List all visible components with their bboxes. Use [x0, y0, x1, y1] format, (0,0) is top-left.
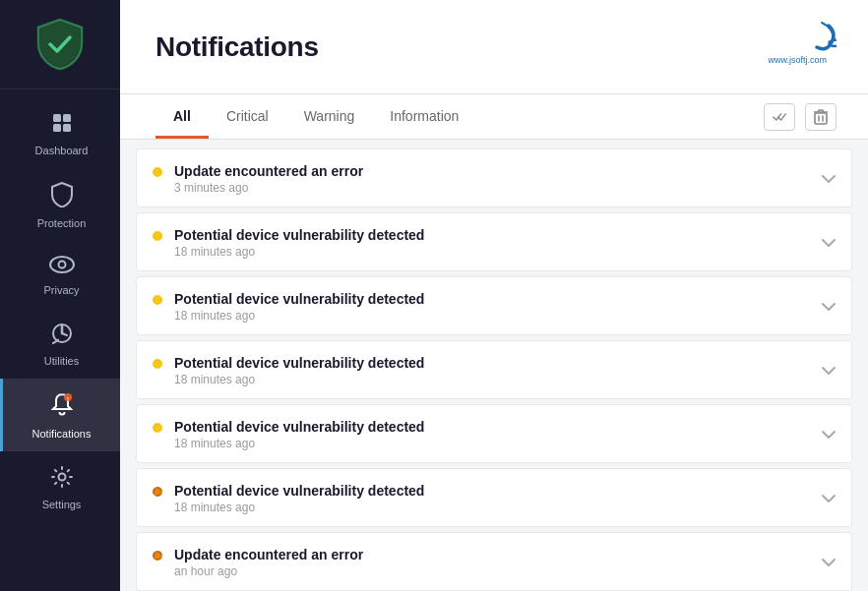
- notification-time: an hour ago: [174, 564, 363, 578]
- delete-all-button[interactable]: [805, 103, 837, 131]
- notification-expand-icon[interactable]: [822, 298, 836, 316]
- svg-point-5: [58, 262, 65, 268]
- notification-dot: [153, 295, 162, 305]
- svg-point-4: [50, 257, 74, 272]
- notification-time: 18 minutes ago: [174, 245, 424, 259]
- main-content: Notifications جی سوفت www.jsoftj.com All…: [120, 0, 868, 591]
- notification-title: Potential device vulnerability detected: [174, 227, 424, 243]
- notification-item[interactable]: Potential device vulnerability detected …: [136, 276, 852, 335]
- dashboard-icon: [50, 111, 74, 139]
- sidebar-item-dashboard[interactable]: Dashboard: [0, 97, 120, 168]
- sidebar-item-privacy[interactable]: Privacy: [0, 241, 120, 308]
- utilities-icon: [50, 322, 74, 349]
- notification-title: Update encountered an error: [174, 163, 363, 179]
- sidebar-item-notifications-label: Notifications: [32, 428, 92, 440]
- notification-tabs: All Critical Warning Information: [155, 94, 476, 139]
- sidebar: Dashboard Protection Privacy: [0, 0, 120, 591]
- notification-content: Potential device vulnerability detected …: [153, 419, 424, 450]
- notification-content: Potential device vulnerability detected …: [153, 227, 424, 259]
- notification-item[interactable]: Potential device vulnerability detected …: [136, 468, 852, 527]
- notification-title: Update encountered an error: [174, 547, 363, 562]
- svg-rect-0: [53, 114, 61, 122]
- notification-expand-icon[interactable]: [822, 234, 836, 252]
- notification-title: Potential device vulnerability detected: [174, 419, 424, 435]
- notification-item[interactable]: Update encountered an error 3 minutes ag…: [136, 148, 852, 207]
- notification-expand-icon[interactable]: [822, 554, 836, 571]
- notification-content: Update encountered an error 3 minutes ag…: [153, 163, 363, 195]
- notification-time: 18 minutes ago: [174, 309, 424, 323]
- notification-item[interactable]: Update encountered an error an hour ago: [136, 532, 852, 591]
- notification-dot: [153, 359, 162, 369]
- notification-expand-icon[interactable]: [822, 490, 836, 507]
- notifications-list: Update encountered an error 3 minutes ag…: [120, 140, 868, 591]
- notification-expand-icon[interactable]: [822, 362, 836, 380]
- notification-title: Potential device vulnerability detected: [174, 483, 424, 499]
- notification-dot: [153, 551, 162, 561]
- tabs-actions: [764, 103, 837, 131]
- sidebar-item-settings[interactable]: Settings: [0, 451, 120, 522]
- tab-all[interactable]: All: [155, 94, 209, 139]
- notification-content: Potential device vulnerability detected …: [153, 291, 424, 323]
- sidebar-item-utilities-label: Utilities: [44, 355, 79, 367]
- sidebar-navigation: Dashboard Protection Privacy: [0, 89, 120, 591]
- app-logo-icon: [33, 18, 87, 71]
- notification-time: 3 minutes ago: [174, 181, 363, 195]
- svg-point-11: [58, 474, 65, 481]
- notification-time: 18 minutes ago: [174, 501, 424, 514]
- notification-dot: [153, 487, 162, 497]
- page-header: Notifications جی سوفت www.jsoftj.com: [120, 0, 868, 94]
- notification-content: Potential device vulnerability detected …: [153, 355, 424, 386]
- notification-content: Potential device vulnerability detected …: [153, 483, 424, 514]
- page-title: Notifications: [155, 31, 319, 63]
- protection-icon: [50, 182, 74, 211]
- notification-dot: [153, 231, 162, 241]
- svg-rect-1: [63, 114, 71, 122]
- sidebar-item-settings-label: Settings: [42, 499, 82, 510]
- tabs-bar: All Critical Warning Information: [120, 94, 868, 140]
- svg-line-8: [62, 333, 67, 335]
- svg-rect-2: [53, 124, 61, 132]
- tab-information[interactable]: Information: [372, 94, 476, 139]
- sidebar-logo: [0, 0, 120, 89]
- notification-title: Potential device vulnerability detected: [174, 355, 424, 371]
- sidebar-item-dashboard-label: Dashboard: [35, 145, 89, 156]
- notification-content: Update encountered an error an hour ago: [153, 547, 363, 578]
- notification-item[interactable]: Potential device vulnerability detected …: [136, 404, 852, 463]
- notification-item[interactable]: Potential device vulnerability detected …: [136, 212, 852, 271]
- settings-icon: [50, 465, 74, 493]
- notification-item[interactable]: Potential device vulnerability detected …: [136, 340, 852, 399]
- notification-expand-icon[interactable]: [822, 170, 836, 188]
- notifications-icon: !: [50, 392, 74, 422]
- svg-text:www.jsoftj.com: www.jsoftj.com: [767, 55, 827, 65]
- sidebar-item-protection[interactable]: Protection: [0, 168, 120, 241]
- brand-logo-text: جی سوفت www.jsoftj.com: [718, 18, 837, 76]
- notification-dot: [153, 167, 162, 177]
- notification-dot: [153, 423, 162, 433]
- notification-title: Potential device vulnerability detected: [174, 291, 424, 307]
- tab-warning[interactable]: Warning: [286, 94, 373, 139]
- notification-time: 18 minutes ago: [174, 373, 424, 386]
- brand-logo: جی سوفت www.jsoftj.com: [718, 18, 837, 76]
- sidebar-item-protection-label: Protection: [37, 217, 87, 229]
- svg-rect-14: [815, 113, 827, 124]
- sidebar-item-privacy-label: Privacy: [43, 284, 79, 296]
- notification-time: 18 minutes ago: [174, 437, 424, 450]
- mark-all-read-button[interactable]: [764, 103, 795, 131]
- svg-rect-3: [63, 124, 71, 132]
- sidebar-item-notifications[interactable]: ! Notifications: [0, 379, 120, 451]
- sidebar-item-utilities[interactable]: Utilities: [0, 308, 120, 379]
- tab-critical[interactable]: Critical: [209, 94, 286, 139]
- notification-expand-icon[interactable]: [822, 426, 836, 443]
- privacy-icon: [49, 255, 75, 278]
- svg-text:!: !: [67, 396, 69, 402]
